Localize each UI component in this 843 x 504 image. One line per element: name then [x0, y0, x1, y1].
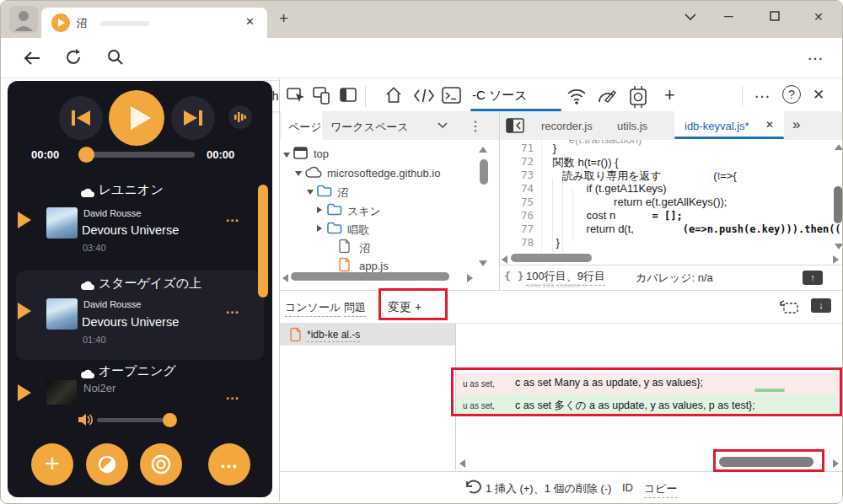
- console-icon[interactable]: [442, 86, 462, 106]
- tree-scroll-up-icon[interactable]: [479, 147, 487, 153]
- volume-icon[interactable]: [78, 413, 94, 426]
- tab-close-icon[interactable]: ✕: [245, 15, 255, 28]
- player-scrollbar[interactable]: [258, 185, 268, 298]
- line-number: 72: [500, 155, 534, 168]
- tab-sources[interactable]: -C ソース: [472, 88, 528, 104]
- copy-button[interactable]: コピー: [644, 481, 678, 498]
- coverage-status: カバレッジ: n/a: [636, 271, 713, 286]
- devtools-close-icon[interactable]: ✕: [813, 86, 824, 104]
- cursor-position-ghost: Line 100, Column 9: [528, 281, 586, 289]
- cpu-application-icon[interactable]: [627, 86, 649, 108]
- song-play-icon[interactable]: [18, 212, 31, 228]
- editor-horizontal-scrollbar[interactable]: [511, 254, 592, 262]
- line-number: 78: [500, 236, 534, 249]
- song-card-active[interactable]: スターゲイズの上 David Rousse Devours Universe 0…: [16, 271, 264, 360]
- revert-changes-icon[interactable]: [779, 298, 799, 315]
- tree-horizontal-scrollbar[interactable]: [291, 272, 449, 281]
- play-button[interactable]: [109, 90, 164, 146]
- inspect-element-icon[interactable]: [287, 86, 307, 106]
- song-play-icon[interactable]: [18, 384, 31, 401]
- profile-avatar[interactable]: [9, 6, 38, 33]
- tab-actions-chevron-icon[interactable]: [684, 13, 697, 21]
- navigator-menu-icon[interactable]: ⋮: [469, 118, 482, 134]
- file-tab-overflow-icon[interactable]: »: [792, 116, 800, 133]
- performance-icon[interactable]: [597, 87, 619, 107]
- collapsed-arrow-icon[interactable]: [317, 225, 322, 232]
- song-title[interactable]: スターゲイズの上: [99, 276, 201, 292]
- tree-scroll-right-icon[interactable]: [467, 274, 473, 282]
- refresh-icon[interactable]: [65, 49, 82, 66]
- new-tab-button[interactable]: +: [279, 9, 288, 28]
- theme-toggle-button[interactable]: [86, 443, 128, 485]
- editor-scroll-up-icon[interactable]: [835, 144, 843, 150]
- code-editor[interactable]: e(t.transaction) 71 } 72 関数 h(t=r()) { 7…: [500, 140, 843, 252]
- file-tab-close-icon[interactable]: ✕: [765, 119, 774, 131]
- tree-vertical-scrollbar[interactable]: [480, 159, 488, 185]
- expand-panel-up-icon[interactable]: ↑: [803, 271, 823, 285]
- browser-settings-icon[interactable]: …: [807, 45, 824, 64]
- annotation-box-diff-rows: [451, 367, 842, 416]
- help-icon[interactable]: ?: [782, 85, 801, 104]
- hide-navigator-icon[interactable]: [506, 118, 524, 133]
- expand-arrow-icon[interactable]: [307, 190, 314, 195]
- file-tab-idb-keyval[interactable]: idb-keyval.js*: [685, 120, 749, 132]
- expand-arrow-icon[interactable]: [295, 171, 302, 176]
- code-line: if (t.getA11Keys): [544, 182, 667, 195]
- tab-page-label[interactable]: ページ: [288, 120, 322, 135]
- maximize-icon[interactable]: [770, 11, 780, 21]
- file-tab-utils[interactable]: utils.js: [617, 120, 647, 132]
- editor-scroll-right-icon[interactable]: [833, 255, 839, 264]
- changed-file-row[interactable]: *idb-ke al.-s: [280, 324, 455, 346]
- tree-label: app.js: [359, 260, 389, 272]
- diff-scroll-right-icon[interactable]: [833, 459, 839, 468]
- more-actions-button[interactable]: …: [208, 443, 250, 485]
- song-menu-icon[interactable]: …: [225, 209, 240, 226]
- home-icon[interactable]: [384, 86, 405, 106]
- add-tools-icon[interactable]: +: [664, 84, 675, 106]
- editor-vertical-scrollbar[interactable]: [834, 186, 842, 223]
- tree-scroll-down-icon[interactable]: [479, 260, 487, 266]
- minimize-button[interactable]: –: [724, 6, 733, 24]
- activity-bar-icon[interactable]: [339, 86, 359, 106]
- undo-icon[interactable]: [464, 480, 481, 495]
- tab-console[interactable]: コンソール: [285, 300, 341, 317]
- devtools-more-icon[interactable]: …: [754, 83, 771, 102]
- song-menu-icon[interactable]: …: [225, 387, 240, 404]
- navigator-chevron-icon[interactable]: [437, 121, 448, 129]
- back-icon[interactable]: [23, 49, 41, 67]
- skip-next-icon: [184, 110, 202, 126]
- song-title[interactable]: レユニオン: [99, 182, 164, 198]
- dock-panel-down-icon[interactable]: ↓: [811, 298, 831, 313]
- progress-thumb[interactable]: [78, 147, 94, 163]
- network-conditions-icon[interactable]: [566, 87, 587, 107]
- previous-track-button[interactable]: [59, 96, 103, 140]
- song-title[interactable]: オープニング: [99, 363, 176, 379]
- changed-file-name[interactable]: *idb-ke al.-s: [307, 329, 360, 342]
- editor-scroll-left-icon[interactable]: [502, 255, 507, 264]
- brackets-icon[interactable]: { }: [504, 270, 524, 282]
- frame-icon: [293, 147, 308, 159]
- tree-scroll-left-icon[interactable]: [282, 274, 288, 282]
- next-track-button[interactable]: [171, 96, 215, 140]
- record-button[interactable]: [140, 443, 182, 485]
- browser-tab[interactable]: 沼 ✕: [41, 8, 267, 38]
- tab-workspace-label[interactable]: ワークスペース: [330, 120, 409, 135]
- file-tab-recorder[interactable]: recorder.js: [541, 120, 593, 132]
- visualizer-button[interactable]: [228, 105, 252, 129]
- elements-code-icon[interactable]: [413, 88, 435, 105]
- expand-arrow-icon[interactable]: [283, 153, 290, 158]
- search-icon[interactable]: [107, 49, 124, 66]
- window-close-icon[interactable]: ✕: [813, 10, 824, 24]
- diff-scroll-left-icon[interactable]: [459, 459, 465, 468]
- volume-thumb[interactable]: [163, 413, 177, 427]
- collapsed-arrow-icon[interactable]: [317, 206, 322, 213]
- tab-issues[interactable]: 問題: [344, 300, 366, 317]
- add-song-button[interactable]: +: [31, 443, 73, 485]
- editor-scroll-down-icon[interactable]: [835, 244, 843, 249]
- song-menu-icon[interactable]: …: [225, 301, 240, 318]
- album-art: [46, 380, 77, 405]
- device-emulation-icon[interactable]: [312, 86, 332, 106]
- progress-bar[interactable]: [78, 152, 195, 158]
- song-play-icon[interactable]: [18, 303, 31, 319]
- file-tab-underline: [674, 137, 784, 139]
